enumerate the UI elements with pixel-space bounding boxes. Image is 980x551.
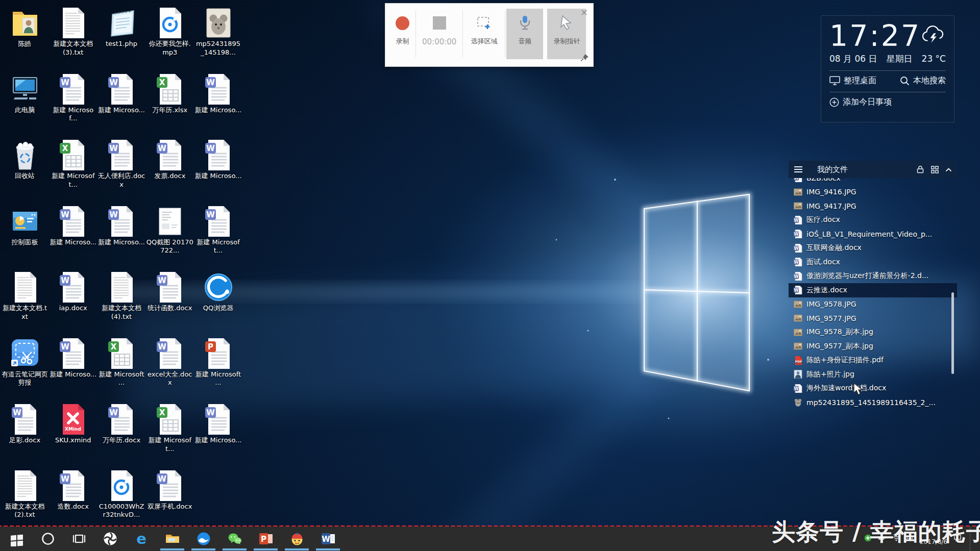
taskbar-start-icon[interactable] xyxy=(1,527,32,551)
file-list-item[interactable]: W互联网金融.docx xyxy=(789,241,957,256)
action-center-icon[interactable] xyxy=(953,534,962,544)
plus-circle-icon xyxy=(829,97,839,107)
file-list-item[interactable]: 陈皓+照片.jpg xyxy=(789,367,957,382)
scrollbar-thumb[interactable] xyxy=(951,292,954,374)
desktop-icon[interactable]: 新建文本文档 (2).txt xyxy=(1,467,48,519)
word-icon: W xyxy=(202,136,235,171)
taskbar-file-explorer-icon[interactable] xyxy=(157,527,188,551)
desktop-icon[interactable]: QQ浏览器 xyxy=(194,268,242,313)
desktop-icon[interactable]: 新建文本文档 (3).txt xyxy=(50,4,97,57)
desktop-icon[interactable]: test1.php xyxy=(98,4,145,48)
chevron-up-icon[interactable] xyxy=(945,167,952,172)
desktop-icon[interactable]: 新建文本文档 (4).txt xyxy=(98,268,145,321)
file-list-item[interactable]: PDF陈皓+身份证扫描件.pdf xyxy=(789,354,957,368)
file-list-item[interactable]: W医疗.docx xyxy=(789,213,957,228)
desktop-icon[interactable]: XMindSKU.xmind xyxy=(50,400,97,445)
excel-icon: X xyxy=(56,136,90,171)
grid-view-icon[interactable] xyxy=(931,166,939,173)
desktop-icon[interactable]: W新建 Microsof... xyxy=(50,70,97,123)
desktop-icon[interactable]: W无人便利店.docx xyxy=(98,136,145,189)
desktop-icon[interactable]: W足彩.docx xyxy=(1,400,48,445)
desktop-icon[interactable]: W新建 Microso... xyxy=(98,203,145,247)
desktop-icon[interactable]: X万年历.xlsx xyxy=(146,70,193,115)
desktop-icon[interactable]: P新建 Microsoft ... xyxy=(194,335,242,387)
desktop-icon[interactable]: W新建 Microso... xyxy=(98,70,145,115)
taskbar-mascot-app-icon[interactable] xyxy=(281,527,312,551)
svg-text:W: W xyxy=(158,144,166,153)
desktop-icon[interactable]: W新建 Microso... xyxy=(194,400,242,445)
file-list-item[interactable]: W海外加速word文档.docx xyxy=(789,382,957,396)
desktop-icon[interactable]: mp52431895_145198... xyxy=(194,4,242,57)
file-name: 医疗.docx xyxy=(806,215,840,224)
audio-toggle-button[interactable]: 音频 xyxy=(506,9,543,59)
desktop-icon[interactable]: W万年历.docx xyxy=(98,400,145,445)
desktop-icon[interactable]: 你还要我怎样.mp3 xyxy=(146,4,193,57)
desktop-icon[interactable]: X新建 Microsoft ... xyxy=(98,335,145,387)
add-todo-button[interactable]: 添加今日事项 xyxy=(829,97,892,108)
taskbar-word-icon[interactable]: W xyxy=(312,527,344,551)
desktop-icon[interactable]: W发票.docx xyxy=(146,136,193,181)
file-list-item[interactable]: IMG_9577.JPG xyxy=(789,311,957,325)
file-list-item[interactable]: WBZB.docx xyxy=(789,178,957,185)
close-icon[interactable]: × xyxy=(580,9,588,16)
toolbar-divider xyxy=(462,11,463,57)
hamburger-menu-icon[interactable] xyxy=(794,166,803,173)
local-search-button[interactable]: 本地搜索 xyxy=(900,76,946,86)
desktop-icon[interactable]: QQ截图 20170722... xyxy=(146,203,193,255)
svg-text:X: X xyxy=(159,408,165,417)
taskbar-qq-browser-icon[interactable] xyxy=(188,527,219,551)
desktop-icon[interactable]: Wiap.docx xyxy=(50,268,97,313)
desktop-icon[interactable]: W双屏手机.docx xyxy=(146,467,193,511)
battery-icon[interactable] xyxy=(878,534,886,544)
file-list-item[interactable]: W面试.docx xyxy=(789,255,957,269)
desktop-icon[interactable]: Wexcel大全.docx xyxy=(146,335,193,387)
word-icon: W xyxy=(105,400,138,435)
desktop-icon[interactable]: W新建 Microso... xyxy=(194,70,242,115)
file-list-item[interactable]: IMG_9577_副本.jpg xyxy=(789,339,957,354)
desktop-icon[interactable]: 陈皓 xyxy=(1,4,48,48)
desktop-icon[interactable]: C100003WhZr32tnkvD... xyxy=(98,467,145,519)
file-list-item[interactable]: W傲游浏览器与uzer打通前景分析-2.d... xyxy=(789,269,957,284)
desktop-icon[interactable]: W统计函数.docx xyxy=(146,268,193,313)
taskbar-date[interactable]: 2017/8/6 xyxy=(920,531,947,546)
desktop-icon[interactable]: X新建 Microsoft... xyxy=(50,136,97,189)
desktop-icon[interactable]: 回收站 xyxy=(1,136,48,181)
file-list-item[interactable]: IMG_9417.JPG xyxy=(789,199,957,213)
select-region-button[interactable]: 选择区域 xyxy=(464,9,504,59)
desktop-icon[interactable]: W新建 Microso... xyxy=(50,203,97,247)
taskbar-task-view-icon[interactable] xyxy=(63,527,94,551)
desktop-icon-label: 新建文本文档 (4).txt xyxy=(98,304,145,321)
wifi-icon[interactable] xyxy=(892,534,900,544)
organize-desktop-button[interactable]: 整理桌面 xyxy=(829,76,876,86)
taskbar-edge-icon[interactable]: e xyxy=(126,527,157,551)
desktop-icon[interactable]: 此电脑 xyxy=(1,70,48,115)
file-list-item[interactable]: IMG_9578_副本.jpg xyxy=(789,325,957,340)
security-tray-icon[interactable] xyxy=(864,534,872,544)
lock-icon[interactable] xyxy=(916,165,924,173)
taskbar-cortana-icon[interactable] xyxy=(32,527,63,551)
taskbar-powerpoint-icon[interactable]: P xyxy=(250,527,281,551)
desktop-icon[interactable]: W造数.docx xyxy=(50,467,97,511)
desktop-icon[interactable]: W新建 Microsoft... xyxy=(194,203,242,255)
file-list-item[interactable]: WiOS_LB_V1_Requirement_Video_p... xyxy=(789,227,957,241)
desktop-icon[interactable]: X新建 Microsoft... xyxy=(146,400,193,453)
desktop-icon[interactable]: 新建文本文档.txt xyxy=(1,268,48,321)
stop-button[interactable]: 00:00:00 xyxy=(417,9,461,59)
word-icon: W xyxy=(202,400,235,435)
desktop-icon[interactable]: 有道云笔记网页剪报 xyxy=(1,335,48,387)
desktop-icon[interactable]: 控制面板 xyxy=(1,203,48,247)
recording-timer: 00:00:00 xyxy=(422,37,456,47)
pin-icon[interactable] xyxy=(581,54,589,63)
taskbar-wechat-icon[interactable] xyxy=(219,527,250,551)
record-button[interactable]: 录制 xyxy=(390,9,414,59)
taskbar-pinwheel-app-icon[interactable] xyxy=(94,527,126,551)
file-list-item[interactable]: IMG_9416.JPG xyxy=(789,185,957,199)
desktop-icon[interactable]: W新建 Microso... xyxy=(194,136,242,181)
taskbar: ePW 中 2017/8/6 xyxy=(0,527,980,551)
desktop-icon[interactable]: W新建 Microso... xyxy=(50,335,97,379)
file-list-item[interactable]: W云推送.docx xyxy=(789,283,957,297)
file-list-item[interactable]: mp52431895_1451989116435_2_... xyxy=(789,395,957,410)
input-method-indicator[interactable]: 中 xyxy=(906,534,914,543)
show-desktop-strip[interactable] xyxy=(970,527,973,551)
file-list-item[interactable]: IMG_9578.JPG xyxy=(789,297,957,312)
